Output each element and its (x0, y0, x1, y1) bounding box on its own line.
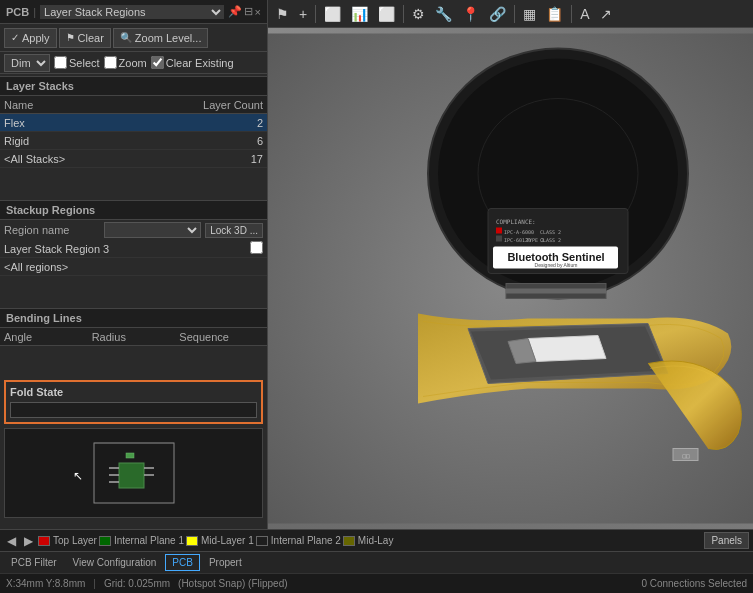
view-link-btn[interactable]: 🔗 (485, 4, 510, 24)
layer-stacks-table-header: Name Layer Count (0, 96, 267, 114)
mid-layer2-indicator[interactable]: Mid-Lay (343, 535, 394, 546)
main-container: PCB | Layer Stack Regions 📌 ⊟ × ✓ Apply … (0, 0, 753, 593)
empty-section (0, 168, 267, 198)
all-regions-row[interactable]: <All regions> (0, 258, 267, 276)
empty-section-2 (0, 276, 267, 306)
float-icon[interactable]: ⊟ (244, 5, 253, 18)
panel-dropdown[interactable]: Layer Stack Regions (40, 5, 223, 19)
select-label: Select (69, 57, 100, 69)
select-checkbox[interactable] (54, 56, 67, 69)
row-count-all: 17 (203, 153, 263, 165)
top-layer-indicator[interactable]: Top Layer (38, 535, 97, 546)
zoom-icon: 🔍 (120, 32, 132, 43)
view-sq-btn[interactable]: ⬜ (374, 4, 399, 24)
view-add-btn[interactable]: + (295, 4, 311, 24)
table-row[interactable]: <All Stacks> 17 (0, 150, 267, 168)
region-name-row: Region name Lock 3D ... (0, 220, 267, 240)
table-row[interactable]: Flex 2 (0, 114, 267, 132)
connections-status: 0 Connections Selected (641, 578, 747, 589)
dim-select[interactable]: Dim (4, 54, 50, 72)
row-name-all: <All Stacks> (4, 153, 203, 165)
clear-button[interactable]: ⚑ Clear (59, 28, 111, 48)
layer-nav-next[interactable]: ▶ (21, 534, 36, 548)
mid-layer2-label: Mid-Lay (358, 535, 394, 546)
view-chart-btn[interactable]: 📊 (347, 4, 372, 24)
apply-button[interactable]: ✓ Apply (4, 28, 57, 48)
view-clip-btn[interactable]: 📋 (542, 4, 567, 24)
toolbar-separator-3 (514, 5, 515, 23)
internal-plane1-color (99, 536, 111, 546)
region-label: Region name (4, 224, 100, 236)
top-layer-color (38, 536, 50, 546)
row-count-rigid: 6 (203, 135, 263, 147)
panel-scroll-area[interactable]: Layer Stacks Name Layer Count Flex 2 Rig… (0, 74, 267, 529)
region-value-row[interactable]: Layer Stack Region 3 (0, 240, 267, 258)
fold-state-title: Fold State (10, 386, 257, 398)
clear-icon: ⚑ (66, 32, 75, 43)
panels-button[interactable]: Panels (704, 532, 749, 549)
select-checkbox-label[interactable]: Select (54, 56, 100, 69)
view-config-tab[interactable]: View Configuration (66, 554, 164, 571)
zoom-label: Zoom Level... (135, 32, 202, 44)
lock-3d-button[interactable]: Lock 3D ... (205, 223, 263, 238)
zoom-opt-label: Zoom (119, 57, 147, 69)
mid-layer1-indicator[interactable]: Mid-Layer 1 (186, 535, 254, 546)
svg-marker-29 (528, 336, 606, 362)
mini-pcb-svg (74, 433, 194, 513)
mini-pcb-view: ↖ (4, 428, 263, 518)
view-tool-btn[interactable]: 🔧 (431, 4, 456, 24)
col-name-header: Name (4, 99, 203, 111)
layer-stacks-header: Layer Stacks (0, 76, 267, 96)
view-grid-btn[interactable]: ▦ (519, 4, 540, 24)
view-rect-btn[interactable]: ⬜ (320, 4, 345, 24)
zoom-level-button[interactable]: 🔍 Zoom Level... (113, 28, 209, 48)
pin-icon[interactable]: 📌 (228, 5, 242, 18)
left-panel: PCB | Layer Stack Regions 📌 ⊟ × ✓ Apply … (0, 0, 268, 529)
properties-tab[interactable]: Propert (202, 554, 249, 571)
clear-existing-checkbox-label[interactable]: Clear Existing (151, 56, 234, 69)
panel-title-row: PCB | Layer Stack Regions 📌 ⊟ × (0, 0, 267, 24)
3d-view[interactable]: COMPLIANCE: IPC-A-6000 CLASS 2 IPC-60120… (268, 28, 753, 529)
view-text-btn[interactable]: A (576, 4, 593, 24)
svg-rect-1 (119, 463, 144, 488)
internal-plane2-indicator[interactable]: Internal Plane 2 (256, 535, 341, 546)
view-pin-btn[interactable]: 📍 (458, 4, 483, 24)
toolbar-separator (315, 5, 316, 23)
clear-existing-checkbox[interactable] (151, 56, 164, 69)
zoom-checkbox-label[interactable]: Zoom (104, 56, 147, 69)
lock-checkbox[interactable] (250, 241, 263, 254)
clear-label: Clear (78, 32, 104, 44)
close-icon[interactable]: × (255, 6, 261, 18)
radius-col: Radius (92, 331, 176, 343)
apply-label: Apply (22, 32, 50, 44)
coords-status: X:34mm Y:8.8mm (6, 578, 85, 589)
svg-rect-18 (496, 236, 502, 242)
row-count-flex: 2 (203, 117, 263, 129)
separator: | (33, 6, 36, 18)
sequence-col: Sequence (179, 331, 263, 343)
bottom-tabs-bar: ◀ ▶ Top Layer Internal Plane 1 Mid-Layer… (0, 529, 753, 551)
top-layer-label: Top Layer (53, 535, 97, 546)
content-area: PCB | Layer Stack Regions 📌 ⊟ × ✓ Apply … (0, 0, 753, 529)
internal-plane2-color (256, 536, 268, 546)
svg-rect-26 (506, 289, 606, 294)
region-value: Layer Stack Region 3 (4, 243, 246, 255)
view-gear-btn[interactable]: ⚙ (408, 4, 429, 24)
pcb-tab[interactable]: PCB (165, 554, 200, 571)
region-select[interactable] (104, 222, 202, 238)
apply-icon: ✓ (11, 32, 19, 43)
internal-plane1-indicator[interactable]: Internal Plane 1 (99, 535, 184, 546)
svg-text:COMPLIANCE:: COMPLIANCE: (496, 218, 536, 225)
pcb-filter-tab[interactable]: PCB Filter (4, 554, 64, 571)
status-bar: X:34mm Y:8.8mm | Grid: 0.025mm (Hotspot … (0, 573, 753, 593)
bending-lines-table-header: Angle Radius Sequence (0, 328, 267, 346)
table-row[interactable]: Rigid 6 (0, 132, 267, 150)
layer-nav-prev[interactable]: ◀ (4, 534, 19, 548)
clear-existing-label: Clear Existing (166, 57, 234, 69)
view-arrow-btn[interactable]: ↗ (596, 4, 616, 24)
row-name-rigid: Rigid (4, 135, 203, 147)
toolbar-row: ✓ Apply ⚑ Clear 🔍 Zoom Level... (0, 24, 267, 52)
internal-plane2-label: Internal Plane 2 (271, 535, 341, 546)
zoom-checkbox[interactable] (104, 56, 117, 69)
view-filter-btn[interactable]: ⚑ (272, 4, 293, 24)
